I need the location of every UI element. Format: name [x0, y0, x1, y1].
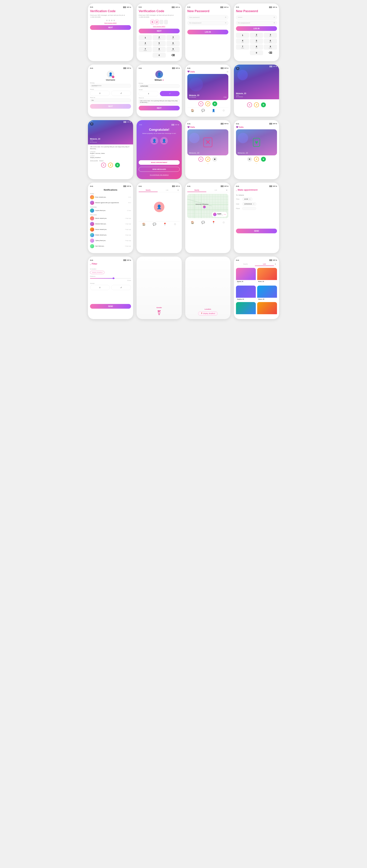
tab-nearly[interactable]: Nearly [139, 189, 158, 192]
back-btn-appt[interactable]: ‹ [236, 189, 237, 192]
list-card-stace[interactable]: Stace, 25 [257, 286, 277, 301]
eye-icon-2[interactable]: 👁 [225, 22, 226, 24]
nav-settings-n[interactable]: ⚙ [174, 222, 176, 226]
reject-btn-s[interactable]: ✕ [198, 157, 203, 162]
close-btn-full[interactable]: ✕ [90, 122, 93, 126]
eye-icon-3[interactable]: 👁 [274, 17, 275, 18]
key-1[interactable]: 1 [139, 35, 152, 40]
filter-male[interactable]: ♂ [111, 285, 131, 290]
like-btn-s[interactable]: ♥ [213, 157, 217, 162]
like-btn-detail[interactable]: ♥ [261, 102, 266, 107]
key2-9[interactable]: 9WXYZ [264, 44, 277, 50]
key2-5[interactable]: 5JKL [250, 38, 263, 44]
close-btn-detail[interactable]: ✕ [236, 67, 239, 70]
filter-map[interactable]: ▼ [225, 189, 228, 192]
about-input[interactable] [90, 98, 131, 102]
back-btn-filter[interactable]: ‹ [90, 264, 91, 266]
place-input[interactable] [242, 207, 256, 210]
gender-male-w[interactable]: ♂ [160, 91, 180, 96]
tab-nearly-l[interactable]: Nearly [236, 262, 255, 266]
nav-settings-m[interactable]: ⚙ [222, 221, 225, 224]
key-9[interactable]: 9WXYZ [167, 47, 180, 52]
login-button-2[interactable]: LOG IN [236, 26, 277, 31]
nav-map-n[interactable]: 📍 [163, 222, 167, 226]
key2-4[interactable]: 4GHI [236, 38, 249, 44]
boost-btn-s[interactable]: ⚡ [205, 157, 210, 162]
key-7[interactable]: 7PQRS [139, 47, 152, 52]
send-btn-filter[interactable]: SEND [90, 304, 131, 309]
date-dropdown[interactable]: ▼ [253, 203, 255, 205]
filter-female[interactable]: ♀ [90, 285, 110, 290]
tab-list-l[interactable]: List [255, 262, 274, 266]
report-link[interactable]: Report [99, 160, 104, 161]
tab-list-m[interactable]: List [206, 189, 225, 192]
sophia-card[interactable]: Sophia 21 years old 7 km [212, 212, 227, 217]
list-card-p6[interactable] [257, 302, 277, 316]
nav-settings[interactable]: ⚙ [222, 109, 225, 112]
key-0[interactable]: 0 [152, 53, 166, 58]
send-btn-appt[interactable]: SEND [236, 229, 277, 233]
boost-btn[interactable]: ⚡ [205, 101, 210, 106]
key-4[interactable]: 4GHI [139, 41, 152, 46]
nav-home-n[interactable]: 🏠 [142, 222, 146, 226]
password-field-1[interactable]: New password 👁 [187, 15, 228, 20]
eye-icon[interactable]: 👁 [225, 17, 226, 18]
gender-female[interactable]: ♀ [90, 91, 110, 96]
key-del[interactable]: ⌫ [167, 53, 180, 58]
boost-full[interactable]: ⚡ [108, 163, 113, 167]
tab-list[interactable]: List [158, 189, 176, 192]
repassword-field-1[interactable]: Re-newpassword 👁 [187, 21, 228, 25]
filter-loc-val[interactable]: Shipley, Bradford [90, 271, 105, 274]
reject-btn-l[interactable]: ✕ [247, 157, 252, 162]
date-value[interactable]: 22/03/2019 ▼ [242, 202, 256, 206]
next-btn-setup[interactable]: NEXT [90, 104, 131, 109]
avatar-badge[interactable]: + [112, 76, 114, 78]
like-btn-l[interactable]: ♥ [261, 157, 266, 162]
list-card-sophia[interactable]: Sophia, 23 [236, 286, 256, 301]
time-dropdown[interactable]: ▼ [249, 198, 251, 200]
next-button[interactable]: NEXT [90, 25, 131, 30]
key2-7[interactable]: 7PQRS [236, 44, 249, 50]
filter-btn-nearly[interactable]: ▼ [176, 189, 180, 192]
list-card-rose[interactable]: Rose, 19 [257, 268, 277, 284]
nav-home-m[interactable]: 🏠 [191, 221, 194, 224]
key2-8[interactable]: 8TUV [250, 44, 263, 50]
filter-icon[interactable]: ⊞ [227, 70, 228, 73]
like-full[interactable]: ♥ [115, 163, 120, 167]
key-3[interactable]: 3DEF [167, 35, 180, 40]
make-appt-btn[interactable]: MAKE APPOINTMENT [139, 160, 180, 165]
resend-link-2[interactable]: Don't receive SMS? [139, 26, 180, 27]
edit-icon[interactable]: ✏ [163, 79, 164, 81]
share-link[interactable]: Share profile [90, 160, 98, 161]
location-tag[interactable]: 📍 Shipley, Bradford [198, 311, 218, 316]
gender-male[interactable]: ♂ [111, 91, 131, 96]
key2-3[interactable]: 3DEF [264, 33, 277, 38]
login-button-1[interactable]: LOG IN [187, 30, 228, 34]
key-8[interactable]: 8TUV [152, 47, 166, 52]
user-pin[interactable]: 📍 [203, 206, 206, 208]
nav-map-m[interactable]: 📍 [212, 221, 215, 224]
tab-nearly-m[interactable]: Nearly [187, 189, 206, 192]
list-card-p5[interactable] [236, 302, 256, 316]
key-2[interactable]: 2ABC [152, 35, 166, 40]
filter-list[interactable]: ▼ [274, 262, 277, 266]
reject-full[interactable]: ✕ [101, 163, 106, 167]
boost-btn-l[interactable]: ⚡ [254, 157, 259, 162]
nav-profile[interactable]: 👤 [212, 109, 215, 112]
birthday-input-w[interactable] [139, 84, 180, 88]
nav-chat-m[interactable]: 💬 [201, 221, 205, 224]
range-handle[interactable] [113, 277, 114, 279]
key-5[interactable]: 5JKL [152, 41, 166, 46]
next-btn-william[interactable]: NEXT [139, 106, 180, 111]
key2-0[interactable]: 0 [250, 50, 263, 55]
eye-icon-4[interactable]: 👁 [274, 22, 275, 24]
resend-link[interactable]: Don't receive SMS? [90, 22, 131, 24]
send-msg-btn[interactable]: SEND MESSAGES [139, 167, 180, 172]
reject-btn-detail[interactable]: ✕ [247, 102, 252, 107]
key-6[interactable]: 6MNO [167, 41, 180, 46]
nav-chat-n[interactable]: 💬 [153, 222, 156, 226]
key2-6[interactable]: 6MNO [264, 38, 277, 44]
key2-2[interactable]: 2ABC [250, 33, 263, 38]
continue-search-btn[interactable]: TO CONTINUE THE SEARCH [150, 174, 169, 176]
next-button-2[interactable]: NEXT [139, 29, 180, 33]
